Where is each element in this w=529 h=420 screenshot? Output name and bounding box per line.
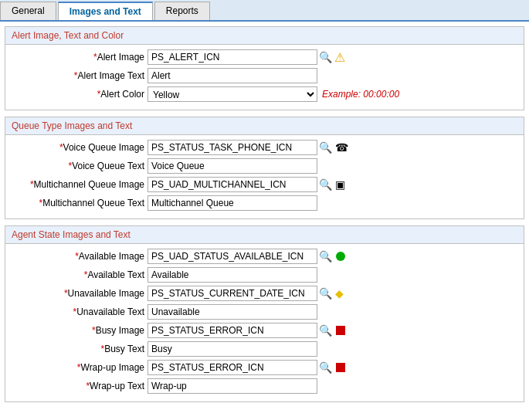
alert-image-label: *Alert Image <box>8 52 148 63</box>
voice-queue-image-phone-icon: ☎ <box>335 141 348 154</box>
unavailable-text-row: *Unavailable Text <box>8 304 521 320</box>
alert-image-search-button[interactable]: 🔍 <box>317 51 334 63</box>
wrapup-text-row: *Wrap-up Text <box>8 378 521 394</box>
alert-color-row: *Alert Color Yellow Red Green Blue Examp… <box>8 86 521 102</box>
wrapup-text-label: *Wrap-up Text <box>8 381 148 391</box>
multichannel-queue-text-row: *Multichannel Queue Text <box>8 195 521 211</box>
available-image-row: *Available Image 🔍 <box>8 249 521 264</box>
busy-image-row: *Busy Image 🔍 <box>8 323 521 338</box>
section-agent-state-header: Agent State Images and Text <box>5 226 524 244</box>
unavailable-image-diamond-icon: ◆ <box>335 287 344 300</box>
section-queue-type-header: Queue Type Images and Text <box>5 117 524 135</box>
multichannel-queue-image-input[interactable] <box>148 177 317 192</box>
busy-text-input[interactable] <box>148 341 317 357</box>
main-content: Alert Image, Text and Color *Alert Image… <box>0 22 529 413</box>
busy-image-input[interactable] <box>148 323 317 338</box>
busy-image-search-button[interactable]: 🔍 <box>317 324 334 337</box>
wrapup-image-label: *Wrap-up Image <box>8 362 148 373</box>
tab-bar: General Images and Text Reports <box>0 0 529 22</box>
section-agent-state-body: *Available Image 🔍 *Available Text *Unav… <box>5 244 524 401</box>
multichannel-queue-image-monitor-icon: ▣ <box>335 178 345 191</box>
alert-color-label: *Alert Color <box>8 89 148 100</box>
available-image-green-dot <box>336 252 345 261</box>
wrapup-image-input[interactable] <box>148 360 317 375</box>
section-queue-type: Queue Type Images and Text *Voice Queue … <box>5 117 524 219</box>
wrapup-text-input[interactable] <box>148 378 317 394</box>
unavailable-image-search-button[interactable]: 🔍 <box>317 287 334 300</box>
unavailable-image-label: *Unavailable Image <box>8 288 148 299</box>
alert-image-text-input[interactable] <box>148 68 317 83</box>
alert-color-select[interactable]: Yellow Red Green Blue <box>148 86 317 102</box>
busy-image-label: *Busy Image <box>8 325 148 336</box>
multichannel-queue-text-label: *Multichannel Queue Text <box>8 198 148 208</box>
tab-reports[interactable]: Reports <box>154 2 210 20</box>
alert-image-row: *Alert Image 🔍 ⚠ <box>8 49 521 65</box>
section-agent-state: Agent State Images and Text *Available I… <box>5 225 524 402</box>
unavailable-text-input[interactable] <box>148 304 317 320</box>
alert-image-text-label: *Alert Image Text <box>8 70 148 81</box>
multichannel-queue-text-input[interactable] <box>148 195 317 211</box>
section-alert-body: *Alert Image 🔍 ⚠ *Alert Image Text *Aler… <box>5 45 524 110</box>
section-alert-header: Alert Image, Text and Color <box>5 27 524 45</box>
tab-general[interactable]: General <box>0 2 56 20</box>
multichannel-queue-image-row: *Multichannel Queue Image 🔍 ▣ <box>8 177 521 192</box>
multichannel-queue-image-label: *Multichannel Queue Image <box>8 179 148 190</box>
voice-queue-image-input[interactable] <box>148 140 317 155</box>
available-text-row: *Available Text <box>8 267 521 283</box>
wrapup-image-search-button[interactable]: 🔍 <box>317 361 334 374</box>
available-text-label: *Available Text <box>8 269 148 280</box>
available-image-input[interactable] <box>148 249 317 264</box>
section-queue-type-body: *Voice Queue Image 🔍 ☎ *Voice Queue Text… <box>5 135 524 218</box>
alert-image-text-row: *Alert Image Text <box>8 68 521 83</box>
available-image-search-button[interactable]: 🔍 <box>317 250 334 262</box>
wrapup-image-row: *Wrap-up Image 🔍 <box>8 360 521 375</box>
alert-image-input[interactable] <box>148 49 317 65</box>
multichannel-queue-image-search-button[interactable]: 🔍 <box>317 178 334 191</box>
busy-text-row: *Busy Text <box>8 341 521 357</box>
wrapup-image-red-square <box>336 363 345 372</box>
tab-images-and-text[interactable]: Images and Text <box>58 2 153 20</box>
voice-queue-image-search-button[interactable]: 🔍 <box>317 141 334 154</box>
busy-image-red-square <box>336 326 345 335</box>
voice-queue-image-row: *Voice Queue Image 🔍 ☎ <box>8 140 521 155</box>
available-text-input[interactable] <box>148 267 317 283</box>
voice-queue-text-label: *Voice Queue Text <box>8 161 148 171</box>
alert-image-warn-icon: ⚠ <box>334 50 345 65</box>
busy-text-label: *Busy Text <box>8 344 148 354</box>
voice-queue-text-input[interactable] <box>148 158 317 174</box>
unavailable-image-input[interactable] <box>148 286 317 301</box>
voice-queue-image-label: *Voice Queue Image <box>8 142 148 153</box>
alert-color-example: Example: 00:00:00 <box>322 89 399 100</box>
available-image-label: *Available Image <box>8 251 148 262</box>
unavailable-image-row: *Unavailable Image 🔍 ◆ <box>8 286 521 301</box>
voice-queue-text-row: *Voice Queue Text <box>8 158 521 174</box>
unavailable-text-label: *Unavailable Text <box>8 307 148 317</box>
section-alert: Alert Image, Text and Color *Alert Image… <box>5 26 524 110</box>
tabs-container: General Images and Text Reports <box>0 0 529 22</box>
